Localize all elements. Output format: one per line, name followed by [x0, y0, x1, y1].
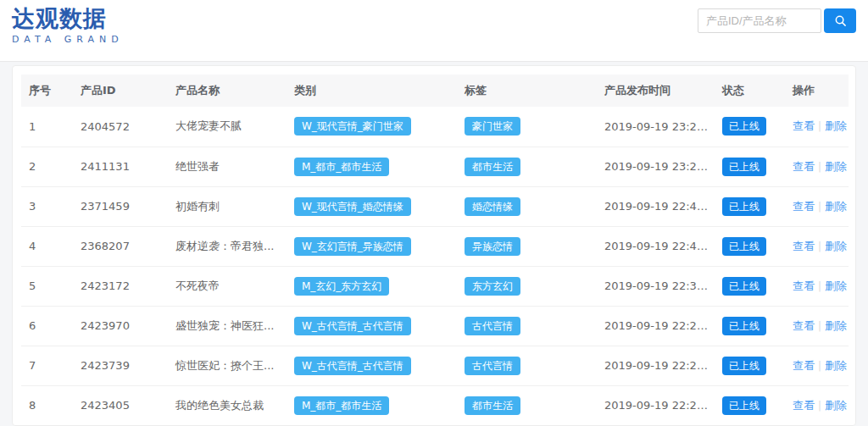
cell-actions: 查看|删除 — [785, 266, 849, 306]
tag-badge: 古代言情 — [465, 317, 520, 335]
column-header-publish-time: 产品发布时间 — [597, 75, 715, 107]
table-row: 4 2368207 废材逆袭：帝君独... W_玄幻言情_异族恋情 异族恋情 2… — [21, 226, 849, 266]
delete-link[interactable]: 删除 — [825, 119, 847, 132]
view-link[interactable]: 查看 — [793, 160, 815, 173]
table-header: 序号 产品ID 产品名称 类别 标签 产品发布时间 状态 操作 — [21, 75, 849, 107]
delete-link[interactable]: 删除 — [825, 359, 847, 372]
cell-product-name: 废材逆袭：帝君独... — [168, 226, 287, 266]
brand-logo[interactable]: 达观数据 DATA GRAND — [12, 6, 124, 45]
tag-badge: 东方玄幻 — [465, 277, 520, 296]
action-separator: | — [818, 201, 821, 213]
view-link[interactable]: 查看 — [793, 200, 815, 213]
cell-tag: 古代言情 — [457, 346, 597, 385]
cell-publish-time: 2019-09-19 22:40:01 — [597, 226, 715, 266]
tag-badge: 都市生活 — [465, 158, 520, 176]
cell-tag: 异族恋情 — [457, 226, 597, 266]
delete-link[interactable]: 删除 — [825, 319, 847, 332]
status-badge: 已上线 — [722, 317, 766, 335]
column-header-product-name: 产品名称 — [168, 75, 287, 107]
cell-product-id: 2404572 — [73, 107, 168, 147]
cell-status: 已上线 — [715, 385, 785, 425]
category-badge: W_现代言情_豪门世家 — [294, 117, 411, 136]
cell-index: 8 — [21, 385, 73, 425]
cell-publish-time: 2019-09-19 22:40:02 — [597, 186, 715, 226]
cell-index: 4 — [21, 226, 73, 266]
view-link[interactable]: 查看 — [793, 279, 815, 292]
cell-product-name: 盛世独宠：神医狂... — [168, 306, 287, 346]
table-row: 2 2411131 绝世强者 M_都市_都市生活 都市生活 2019-09-19… — [21, 147, 849, 186]
action-separator: | — [818, 400, 821, 412]
view-link[interactable]: 查看 — [793, 240, 815, 252]
column-header-index: 序号 — [21, 75, 73, 107]
table-row: 3 2371459 初婚有刺 W_现代言情_婚恋情缘 婚恋情缘 2019-09-… — [21, 186, 849, 226]
cell-tag: 豪门世家 — [457, 107, 597, 147]
tag-badge: 异族恋情 — [465, 237, 520, 256]
tag-badge: 古代言情 — [465, 357, 520, 375]
cell-publish-time: 2019-09-19 22:33:06 — [597, 266, 715, 306]
view-link[interactable]: 查看 — [793, 319, 815, 332]
category-badge: M_都市_都市生活 — [294, 396, 389, 415]
cell-product-id: 2411131 — [73, 147, 168, 186]
cell-status: 已上线 — [715, 186, 785, 226]
cell-index: 3 — [21, 186, 73, 226]
brand-logo-en: DATA GRAND — [12, 34, 124, 45]
cell-actions: 查看|删除 — [785, 147, 849, 186]
status-badge: 已上线 — [722, 197, 766, 216]
status-badge: 已上线 — [722, 277, 766, 296]
cell-index: 6 — [21, 306, 73, 346]
action-separator: | — [818, 161, 821, 173]
category-badge: M_都市_都市生活 — [294, 158, 389, 176]
action-separator: | — [818, 241, 821, 252]
cell-product-name: 绝世强者 — [168, 147, 287, 186]
cell-actions: 查看|删除 — [785, 186, 849, 226]
cell-tag: 古代言情 — [457, 306, 597, 346]
cell-product-name: 大佬宠妻不腻 — [168, 107, 287, 147]
category-badge: W_现代言情_婚恋情缘 — [294, 197, 411, 216]
cell-status: 已上线 — [715, 226, 785, 266]
category-badge: M_玄幻_东方玄幻 — [294, 277, 389, 296]
cell-index: 7 — [21, 346, 73, 385]
cell-product-id: 2423970 — [73, 306, 168, 346]
delete-link[interactable]: 删除 — [825, 200, 847, 213]
delete-link[interactable]: 删除 — [825, 279, 847, 292]
cell-tag: 婚恋情缘 — [457, 186, 597, 226]
cell-product-name: 不死夜帝 — [168, 266, 287, 306]
cell-status: 已上线 — [715, 107, 785, 147]
view-link[interactable]: 查看 — [793, 359, 815, 372]
table-row: 7 2423739 惊世医妃：撩个王... W_古代言情_古代言情 古代言情 2… — [21, 346, 849, 385]
table-row: 1 2404572 大佬宠妻不腻 W_现代言情_豪门世家 豪门世家 2019-0… — [21, 107, 849, 147]
category-badge: W_玄幻言情_异族恋情 — [294, 237, 411, 256]
tag-badge: 婚恋情缘 — [465, 197, 520, 216]
cell-product-id: 2423172 — [73, 266, 168, 306]
status-badge: 已上线 — [722, 237, 766, 256]
delete-link[interactable]: 删除 — [825, 399, 847, 412]
table-body: 1 2404572 大佬宠妻不腻 W_现代言情_豪门世家 豪门世家 2019-0… — [21, 107, 849, 425]
cell-category: W_现代言情_豪门世家 — [287, 107, 457, 147]
search-button[interactable] — [824, 8, 856, 33]
column-header-status: 状态 — [715, 75, 785, 107]
view-link[interactable]: 查看 — [793, 399, 815, 412]
cell-status: 已上线 — [715, 346, 785, 385]
cell-product-name: 惊世医妃：撩个王... — [168, 346, 287, 385]
search-icon — [834, 14, 847, 27]
cell-category: W_古代言情_古代言情 — [287, 306, 457, 346]
cell-category: M_都市_都市生活 — [287, 147, 457, 186]
action-separator: | — [818, 280, 821, 292]
category-badge: W_古代言情_古代言情 — [294, 357, 411, 375]
cell-product-name: 我的绝色美女总裁 — [168, 385, 287, 425]
cell-category: W_现代言情_婚恋情缘 — [287, 186, 457, 226]
delete-link[interactable]: 删除 — [825, 240, 847, 252]
action-separator: | — [818, 120, 821, 132]
delete-link[interactable]: 删除 — [825, 160, 847, 173]
view-link[interactable]: 查看 — [793, 119, 815, 132]
column-header-product-id: 产品ID — [73, 75, 168, 107]
column-header-category: 类别 — [287, 75, 457, 107]
cell-index: 1 — [21, 107, 73, 147]
search-input[interactable] — [698, 8, 821, 33]
cell-index: 5 — [21, 266, 73, 306]
cell-actions: 查看|删除 — [785, 226, 849, 266]
tag-badge: 豪门世家 — [465, 117, 520, 136]
cell-publish-time: 2019-09-19 22:25:29 — [597, 385, 715, 425]
column-header-actions: 操作 — [785, 75, 849, 107]
tag-badge: 都市生活 — [465, 396, 520, 415]
